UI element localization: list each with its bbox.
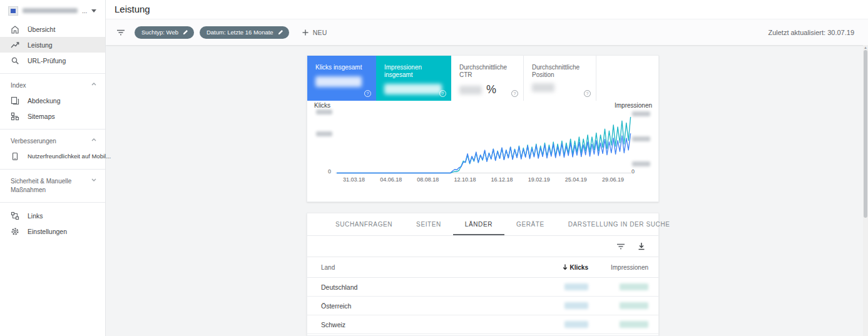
column-header-land[interactable]: Land [307,264,513,271]
metric-label: Klicks insgesamt [315,64,369,71]
metric-card-impressionen[interactable]: Impressionen insgesamt ? [376,56,451,101]
blurred-impressionen-value [620,321,648,328]
sidebar-divider [0,129,105,130]
metric-card-klicks[interactable]: Klicks insgesamt ? [307,56,376,101]
tab-label: SUCHANFRAGEN [335,221,392,228]
metric-unit: % [486,83,496,96]
series-line-impressionen [337,117,631,173]
series-line-klicks [337,133,631,173]
sidebar-divider [0,169,105,170]
edit-pencil-icon [278,29,283,35]
search-icon [11,56,19,65]
sort-desc-icon [563,264,568,270]
top-header: Leistung [106,0,868,19]
sidebar-item-label: Leistung [28,41,53,49]
sidebar-item-sitemaps[interactable]: Sitemaps [0,108,105,124]
sidebar-section-sicherheit[interactable]: Sicherheit & Manuelle Maßnahmen [0,175,105,197]
table-row[interactable]: Deutschland [307,278,658,297]
help-icon[interactable]: ? [584,90,591,97]
chip-label: Suchtyp: Web [141,29,178,36]
metric-label: Impressionen insgesamt [384,64,444,79]
plus-icon [302,29,309,36]
tab-darstellung[interactable]: DARSTELLUNG IN DER SUCHE [556,213,682,235]
filter-list-icon[interactable] [116,29,125,36]
sidebar-item-leistung[interactable]: Leistung [0,37,105,53]
performance-icon [11,41,19,49]
chevron-up-icon [91,83,96,86]
vertical-scrollbar[interactable]: ▲ [863,45,868,336]
performance-chart: Klicks Impressionen 0 0 31.03.18 04.06.1… [307,101,658,203]
y-zero-left: 0 [328,168,331,175]
help-icon[interactable]: ? [439,90,446,97]
sidebar-nav: Übersicht Leistung URL-Prüfung Index Abd… [0,21,105,239]
sidebar: ... Übersicht Leistung URL-Prüfung Index… [0,0,106,336]
tab-label: GERÄTE [516,221,544,228]
help-icon[interactable]: ? [511,90,518,97]
new-filter-button[interactable]: NEU [302,29,327,36]
blurred-property-name [23,8,78,13]
table-toolbar [307,236,658,257]
sidebar-section-verbesserungen[interactable]: Verbesserungen [0,135,105,148]
x-tick: 31.03.18 [335,176,372,183]
sidebar-item-url-pruefung[interactable]: URL-Prüfung [0,53,105,68]
blurred-y-tick [632,161,650,166]
tab-suchanfragen[interactable]: SUCHANFRAGEN [324,213,404,235]
new-filter-label: NEU [313,29,327,36]
filter-chip-datum[interactable]: Datum: Letzte 16 Monate [200,26,289,39]
x-tick: 08.08.18 [409,176,446,183]
sidebar-item-links[interactable]: Links [0,208,105,223]
settings-icon [11,227,19,236]
tab-label: LÄNDER [465,221,493,228]
sidebar-item-label: Sitemaps [28,113,55,120]
blurred-impressionen-value [620,302,648,309]
scrollbar-thumb[interactable] [864,50,867,218]
tab-seiten[interactable]: SEITEN [404,213,453,235]
last-updated-text: Zuletzt aktualisiert: 30.07.19 [768,29,854,36]
sidebar-item-einstellungen[interactable]: Einstellungen [0,223,105,239]
table-filter-icon[interactable] [616,243,625,250]
x-axis-ticks: 31.03.18 04.06.18 08.08.18 12.10.18 16.1… [335,176,631,183]
column-header-klicks[interactable]: Klicks [513,264,588,271]
table-header-row: Land Klicks Impressionen [307,257,658,278]
blurred-y-tick [316,131,332,136]
blurred-klicks-value [564,283,588,290]
metric-cards-row: Klicks insgesamt ? Impressionen insgesam… [307,56,658,101]
sidebar-item-abdeckung[interactable]: Abdeckung [0,93,105,108]
sidebar-item-uebersicht[interactable]: Übersicht [0,21,105,37]
metric-card-position[interactable]: Durchschnittliche Position ? [524,56,596,101]
chevron-up-icon [91,138,96,141]
sidebar-item-label: Nutzerfreundlichkeit auf Mobil... [28,153,111,160]
performance-chart-svg[interactable] [335,104,631,174]
section-label: Index [11,81,26,90]
links-icon [11,211,19,220]
edit-pencil-icon [183,29,188,35]
table-row[interactable]: Österreich [307,297,658,315]
blurred-metric-value [384,84,442,94]
filter-chip-suchtyp[interactable]: Suchtyp: Web [135,26,194,39]
tab-label: SEITEN [416,221,441,228]
scrollbar-up-arrow[interactable]: ▲ [864,46,867,49]
sidebar-item-label: Abdeckung [28,97,61,104]
tab-geraete[interactable]: GERÄTE [504,213,556,235]
x-tick: 19.02.19 [521,176,558,183]
page-title: Leistung [106,0,868,19]
table-row[interactable]: Schweiz [307,315,658,334]
help-icon[interactable]: ? [364,90,371,97]
sidebar-item-mobile-usability[interactable]: Nutzerfreundlichkeit auf Mobil... [0,148,105,164]
performance-overview-card: Klicks insgesamt ? Impressionen insgesam… [307,55,659,202]
download-icon[interactable] [638,242,645,250]
column-header-impressionen[interactable]: Impressionen [588,264,658,271]
mobile-icon [11,152,19,161]
tab-laender[interactable]: LÄNDER [453,213,504,235]
metric-card-ctr[interactable]: Durchschnittliche CTR % ? [451,56,524,101]
blurred-y-tick [316,109,332,115]
sidebar-item-label: Einstellungen [28,228,67,235]
blurred-klicks-value [564,321,588,328]
sidebar-section-index[interactable]: Index [0,79,105,93]
x-tick: 25.04.19 [558,176,595,183]
property-selector[interactable]: ... [0,0,105,21]
property-name-ellipsis: ... [82,8,87,14]
chip-label: Datum: Letzte 16 Monate [207,29,273,36]
x-tick: 12.10.18 [446,176,483,183]
blurred-klicks-value [564,302,588,309]
